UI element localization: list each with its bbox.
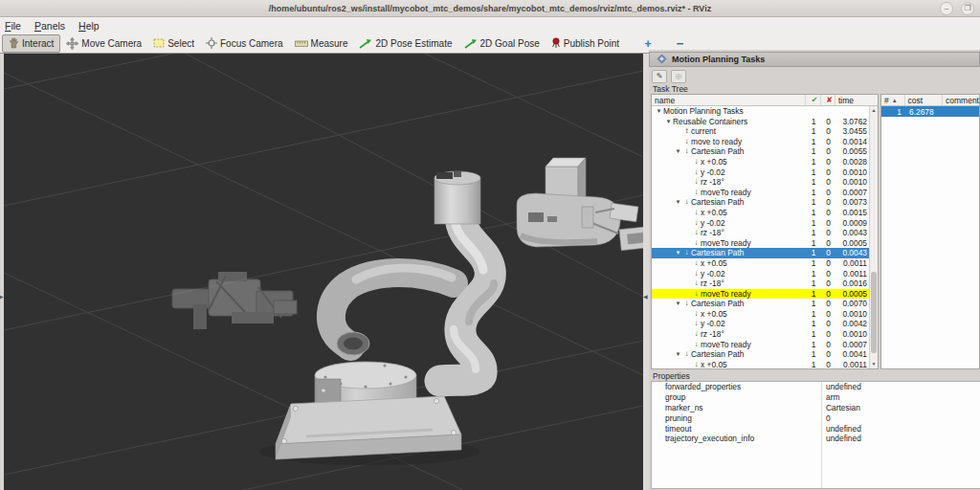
minimize-button[interactable]: – <box>940 2 953 15</box>
stage-label: rz -18° <box>701 228 724 238</box>
failure-count: 0 <box>821 309 835 320</box>
tree-row[interactable]: ↓moveTo ready100.0007 <box>652 188 878 198</box>
measure-button[interactable]: Measure <box>289 34 354 53</box>
tree-row[interactable]: ↓moveTo ready100.0005 <box>652 238 878 249</box>
chevron-expanded-icon[interactable]: ▾ <box>674 146 682 157</box>
scroll-up-icon[interactable]: ▲ <box>870 106 878 115</box>
column-comment[interactable]: comment <box>943 95 979 105</box>
success-count: 1 <box>806 340 821 350</box>
tree-row[interactable]: ↓y -0.02100.0010 <box>652 167 878 178</box>
property-row[interactable]: marker_nsCartesian <box>652 403 980 413</box>
failure-count: 0 <box>821 117 835 127</box>
panel-titlebar[interactable]: Motion Planning Tasks <box>649 52 980 67</box>
chevron-expanded-icon[interactable]: ▾ <box>674 299 682 309</box>
edit-tool-button[interactable]: ✎ <box>652 70 667 83</box>
tree-row[interactable]: ↓rz -18°100.0010 <box>652 329 878 340</box>
scroll-down-icon[interactable]: ▼ <box>870 360 878 368</box>
property-row[interactable]: grouparm <box>652 392 980 403</box>
tree-row[interactable]: ↓moveTo ready100.0007 <box>652 340 878 350</box>
chevron-expanded-icon[interactable]: ▾ <box>674 248 682 258</box>
pose-estimate-button[interactable]: 2D Pose Estimate <box>353 34 457 53</box>
chevron-expanded-icon[interactable]: ▾ <box>674 197 682 208</box>
menu-help[interactable]: Help <box>78 20 100 32</box>
tree-scrollbar[interactable]: ▲ ▼ <box>869 106 878 368</box>
interact-button[interactable]: Interact <box>2 34 60 53</box>
tree-row[interactable]: ↕current103.0455 <box>652 126 878 137</box>
task-tree-table: name ✔ ✘ time ▾Motion Planning Tasks▾Reu… <box>651 94 879 369</box>
3d-viewport[interactable] <box>4 54 643 490</box>
chevron-expanded-icon[interactable]: ▾ <box>674 349 682 360</box>
tree-row[interactable]: ↓y -0.02100.0009 <box>652 218 878 229</box>
robot-model <box>172 158 643 465</box>
stage-name-cell: ▾Reusable Containers <box>652 117 806 127</box>
success-count: 1 <box>806 278 821 289</box>
tree-row[interactable]: ↓x +0.05100.0015 <box>652 208 878 218</box>
stage-down-arrow-icon: ↓ <box>692 218 701 229</box>
stage-label: Reusable Containers <box>673 117 747 127</box>
stage-down-arrow-icon: ↓ <box>692 340 701 350</box>
maximize-button[interactable]: ❐ <box>961 2 974 15</box>
tree-row[interactable]: ▾↓Cartesian Path100.0055 <box>652 146 878 157</box>
tree-row[interactable]: ↓move to ready100.0014 <box>652 137 878 147</box>
tree-row[interactable]: ↓y -0.02100.0042 <box>652 319 878 329</box>
tree-row[interactable]: ↓x +0.05100.0011 <box>652 258 878 269</box>
success-count: 1 <box>806 248 821 258</box>
column-time[interactable]: time <box>835 95 878 105</box>
stage-down-arrow-icon: ↓ <box>692 228 701 238</box>
motion-planning-tasks-panel: Motion Planning Tasks ✎ ◎ Task Tree name… <box>649 50 980 490</box>
goal-pose-button[interactable]: 2D Goal Pose <box>458 34 546 53</box>
tree-row[interactable]: ▾Reusable Containers103.0762 <box>652 117 878 127</box>
collapse-left-icon[interactable]: ◀ <box>643 293 648 300</box>
success-count: 1 <box>806 218 821 229</box>
tree-row[interactable]: ↓rz -18°100.0043 <box>652 228 878 238</box>
tree-row[interactable]: ↓x +0.05100.0011 <box>652 360 878 368</box>
tree-row[interactable]: ▾↓Cartesian Path100.0041 <box>652 349 878 360</box>
move-camera-button[interactable]: Move Camera <box>60 34 147 53</box>
focus-camera-button[interactable]: Focus Camera <box>200 34 289 53</box>
column-cost[interactable]: cost <box>905 95 943 105</box>
diamond-icon <box>657 51 667 68</box>
tree-row[interactable]: ▾↓Cartesian Path100.0073 <box>652 197 878 208</box>
stage-down-arrow-icon: ↓ <box>692 258 701 269</box>
tree-row[interactable]: ↓x +0.05100.0028 <box>652 157 878 167</box>
stage-name-cell: ↓moveTo ready <box>652 340 806 350</box>
stage-name-cell: ↓moveTo ready <box>652 188 806 198</box>
success-count: 1 <box>806 167 821 178</box>
stage-name-cell: ↓y -0.02 <box>652 167 806 178</box>
stage-down-arrow-icon: ↓ <box>682 349 691 360</box>
tree-row[interactable]: ↓rz -18°100.0016 <box>652 278 878 289</box>
tree-row[interactable]: ▾↓Cartesian Path100.0043 <box>652 248 878 258</box>
stage-label: Cartesian Path <box>691 248 744 258</box>
minus-icon: − <box>677 36 684 51</box>
success-check-icon[interactable]: ✔ <box>806 95 821 105</box>
tree-row[interactable]: ▾↓Cartesian Path100.0070 <box>652 299 878 309</box>
property-row[interactable]: pruning0 <box>652 412 980 423</box>
select-button[interactable]: Select <box>147 34 200 53</box>
menu-file[interactable]: File <box>5 20 21 32</box>
failure-cross-icon[interactable]: ✘ <box>821 95 835 105</box>
tree-row[interactable]: ↓moveTo ready100.0005 <box>652 289 878 300</box>
menu-panels[interactable]: Panels <box>34 20 65 32</box>
scrollbar-thumb[interactable] <box>871 272 877 353</box>
column-number[interactable]: #▲ <box>881 95 905 105</box>
stage-name-cell: ▾↓Cartesian Path <box>652 197 806 208</box>
tree-row[interactable]: ↓x +0.05100.0010 <box>652 309 878 320</box>
publish-point-button[interactable]: Publish Point <box>546 34 625 53</box>
tree-row[interactable]: ↓y -0.02100.0011 <box>652 269 878 279</box>
tree-row[interactable]: ↓rz -18°100.0010 <box>652 177 878 188</box>
property-row[interactable]: forwarded_propertiesundefined <box>652 382 980 392</box>
target-tool-button[interactable]: ◎ <box>671 70 686 83</box>
failure-count: 0 <box>821 278 835 289</box>
chevron-expanded-icon[interactable]: ▾ <box>664 117 673 127</box>
column-name[interactable]: name <box>652 95 806 105</box>
stage-label: rz -18° <box>701 329 724 340</box>
chevron-expanded-icon[interactable]: ▾ <box>655 106 663 117</box>
tree-row[interactable]: ▾Motion Planning Tasks <box>652 106 878 117</box>
property-row[interactable]: timeoutundefined <box>652 423 980 434</box>
stage-down-arrow-icon: ↓ <box>692 269 701 279</box>
panel-title: Motion Planning Tasks <box>672 55 765 64</box>
success-count: 1 <box>806 188 821 198</box>
property-row[interactable]: trajectory_execution_infoundefined <box>652 434 980 444</box>
solution-row[interactable]: 16.2678 <box>881 106 979 117</box>
window-titlebar[interactable]: /home/ubuntu/ros2_ws/install/mycobot_mtc… <box>0 0 980 17</box>
